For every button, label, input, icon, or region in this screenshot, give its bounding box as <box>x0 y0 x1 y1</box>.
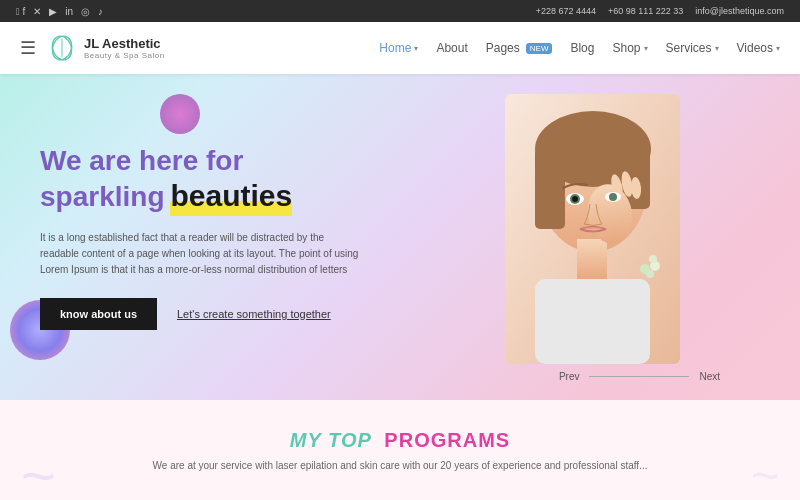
logo-sub-text: Beauty & Spa Salon <box>84 51 165 60</box>
instagram-icon[interactable]: ◎ <box>81 6 90 17</box>
svg-rect-8 <box>577 239 607 279</box>
nav-link-videos[interactable]: Videos ▾ <box>737 41 780 55</box>
chevron-down-icon: ▾ <box>414 44 418 53</box>
hero-face-image <box>505 94 680 364</box>
nav-link-shop[interactable]: Shop ▾ <box>612 41 647 55</box>
svg-point-22 <box>649 255 657 263</box>
my-top-text: MY TOP <box>290 429 372 451</box>
navbar: ☰ JL Aesthetic Beauty & Spa Salon Home ▾… <box>0 22 800 74</box>
programs-text: PROGRAMS <box>384 429 510 451</box>
phone2-label: +60 98 111 222 33 <box>608 6 683 16</box>
nav-link-blog[interactable]: Blog <box>570 41 594 55</box>
new-badge: NEW <box>526 43 553 54</box>
youtube-icon[interactable]: ▶ <box>49 6 57 17</box>
hero-sparkling: sparkling <box>40 180 164 214</box>
bottom-section: ~ ~ MY TOP PROGRAMS We are at your servi… <box>0 400 800 500</box>
nav-links: Home ▾ About Pages NEW Blog Shop ▾ Servi… <box>379 41 780 55</box>
tiktok-icon[interactable]: ♪ <box>98 6 103 17</box>
hamburger-icon[interactable]: ☰ <box>20 37 36 59</box>
hero-content: We are here for sparkling beauties It is… <box>0 114 400 360</box>
hero-title-line2: sparkling beauties <box>40 178 360 216</box>
hero-image <box>505 94 680 364</box>
hero-section: We are here for sparkling beauties It is… <box>0 74 800 400</box>
nav-link-home[interactable]: Home ▾ <box>379 41 418 55</box>
know-about-us-button[interactable]: know about us <box>40 298 157 330</box>
hero-beauties: beauties <box>170 178 292 216</box>
next-button[interactable]: Next <box>699 371 720 382</box>
bottom-description: We are at your service with laser epilat… <box>153 460 648 471</box>
logo-text: JL Aesthetic Beauty & Spa Salon <box>84 36 165 60</box>
svg-rect-6 <box>535 149 565 229</box>
hero-navigation: Prev Next <box>559 371 720 382</box>
nav-link-services[interactable]: Services ▾ <box>666 41 719 55</box>
bottom-deco-left: ~ <box>20 441 55 500</box>
top-bar:  f ✕ ▶ in ◎ ♪ +228 672 4444 +60 98 111 … <box>0 0 800 22</box>
hero-title-line1: We are here for <box>40 144 360 178</box>
nav-link-pages[interactable]: Pages NEW <box>486 41 553 55</box>
nav-left-group: ☰ JL Aesthetic Beauty & Spa Salon <box>20 34 165 62</box>
contact-info-group: +228 672 4444 +60 98 111 222 33 info@jle… <box>536 6 784 16</box>
chevron-down-icon-shop: ▾ <box>644 44 648 53</box>
create-something-button[interactable]: Let's create something together <box>177 308 331 320</box>
nav-progress-line <box>589 376 689 377</box>
bottom-title: MY TOP PROGRAMS <box>290 429 510 452</box>
svg-point-21 <box>640 264 650 274</box>
chevron-down-icon-videos: ▾ <box>776 44 780 53</box>
svg-rect-9 <box>535 279 650 364</box>
logo-main-text: JL Aesthetic <box>84 36 165 51</box>
logo: JL Aesthetic Beauty & Spa Salon <box>48 34 165 62</box>
logo-icon <box>48 34 76 62</box>
twitter-icon[interactable]: ✕ <box>33 6 41 17</box>
svg-point-18 <box>609 193 617 201</box>
phone1-label: +228 672 4444 <box>536 6 596 16</box>
chevron-down-icon-services: ▾ <box>715 44 719 53</box>
svg-point-16 <box>572 196 578 202</box>
linkedin-icon[interactable]: in <box>65 6 73 17</box>
prev-button[interactable]: Prev <box>559 371 580 382</box>
email-label: info@jlesthetique.com <box>695 6 784 16</box>
hero-buttons: know about us Let's create something tog… <box>40 298 360 330</box>
social-icons-group:  f ✕ ▶ in ◎ ♪ <box>16 6 103 17</box>
hero-description: It is a long established fact that a rea… <box>40 230 360 278</box>
nav-link-about[interactable]: About <box>436 41 467 55</box>
facebook-icon[interactable]:  f <box>16 6 25 17</box>
bottom-deco-right: ~ <box>751 447 780 500</box>
